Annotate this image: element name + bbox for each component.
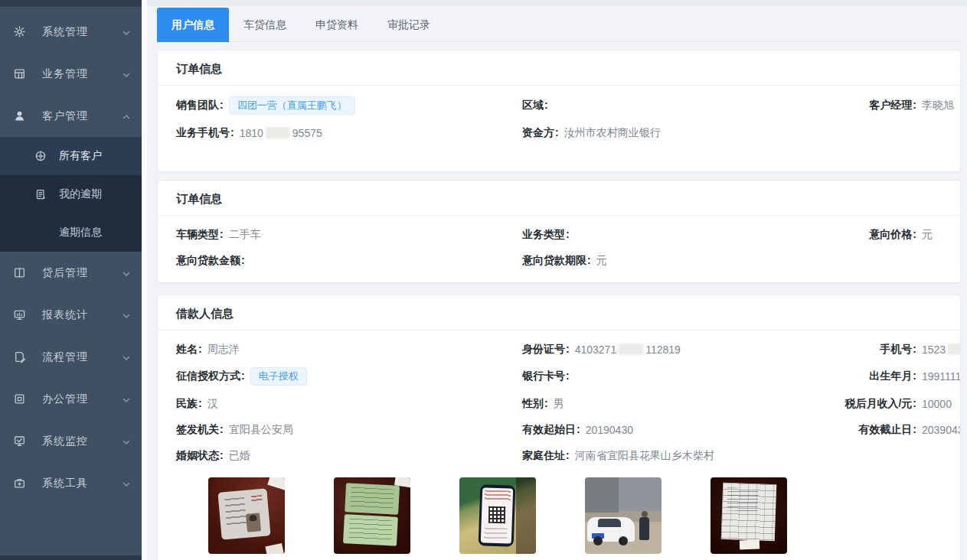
- handwritten-document-photo[interactable]: [711, 477, 787, 554]
- card-title: 借款人信息: [158, 295, 960, 330]
- tab-car-loan-info[interactable]: 车贷信息: [229, 8, 301, 42]
- field-label: 销售团队: [176, 99, 229, 112]
- field-sales-team: 销售团队 四团一营（直属王鹏飞）: [176, 96, 522, 115]
- field-bank-card: 银行卡号: [522, 367, 836, 386]
- sidebar-item-label: 流程管理: [42, 350, 122, 364]
- field-label: 车辆类型: [176, 228, 229, 242]
- chevron-up-icon: [122, 112, 131, 121]
- field-value: 汝州市农村商业银行: [564, 126, 661, 140]
- photo-thumbnail-license-booklet[interactable]: 行驶证照片: [334, 477, 410, 560]
- photo-thumbnail-auth-qrcode[interactable]: 征信授权: [459, 477, 536, 560]
- credit-auth-tag[interactable]: 电子授权: [250, 367, 307, 386]
- sidebar-menu: 系统管理 业务管理 客户管理: [0, 11, 142, 504]
- field-value: 李晓旭: [922, 99, 954, 112]
- field-value: 周志洋: [207, 343, 240, 357]
- field-business-type: 业务类型: [522, 226, 836, 243]
- sidebar-item-label: 报表统计: [42, 308, 122, 322]
- circled-asterisk-icon: [34, 150, 47, 162]
- field-mobile: 手机号 15236137: [836, 341, 961, 357]
- chevron-down-icon: [122, 269, 131, 278]
- chevron-down-icon: [122, 437, 131, 446]
- card-title: 订单信息: [158, 50, 960, 86]
- content-top-strip: [147, 0, 967, 6]
- sidebar-bottom-strip: [0, 555, 142, 560]
- sidebar-item-system-monitor[interactable]: 系统监控: [0, 420, 142, 462]
- sidebar-item-system-tools[interactable]: 系统工具: [0, 462, 142, 504]
- field-id-number: 身份证号 4103271112819: [522, 341, 836, 357]
- redaction-blur: [266, 127, 290, 138]
- grid-icon: [13, 67, 26, 80]
- toolbox-icon: [13, 477, 26, 490]
- field-value: 二手车: [229, 228, 261, 242]
- card-title: 订单信息: [158, 181, 960, 216]
- monitor-chart-icon: [13, 308, 26, 321]
- redaction-blur: [619, 343, 643, 355]
- chevron-down-icon: [122, 311, 131, 320]
- sidebar-item-customer-management[interactable]: 客户管理: [0, 95, 142, 137]
- field-valid-from: 有效起始日 20190430: [522, 422, 836, 438]
- sidebar-item-my-overdue[interactable]: 我的逾期: [0, 175, 142, 213]
- field-label: 资金方: [522, 126, 564, 140]
- photo-thumbnail-id-card[interactable]: 身份证: [208, 477, 285, 560]
- field-value: 元: [922, 228, 933, 242]
- document-edit-icon: [13, 350, 26, 363]
- person-with-car-photo[interactable]: [585, 477, 662, 554]
- sales-team-tag[interactable]: 四团一营（直属王鹏飞）: [229, 96, 355, 115]
- field-intent-price: 意向价格 元: [836, 226, 942, 243]
- sidebar-item-process-management[interactable]: 流程管理: [0, 336, 142, 378]
- sidebar-item-report-statistics[interactable]: 报表统计: [0, 294, 142, 336]
- tab-loan-application-docs[interactable]: 申贷资料: [301, 8, 373, 42]
- sidebar-item-postloan-management[interactable]: 贷后管理: [0, 252, 142, 294]
- field-label: 区域: [522, 99, 554, 112]
- order-info-card-1: 订单信息 销售团队 四团一营（直属王鹏飞） 区域 客户经理 李晓旭: [157, 50, 961, 172]
- chevron-down-icon: [122, 70, 131, 79]
- field-valid-to: 有效截止日 20390430: [836, 422, 961, 438]
- field-customer-manager: 客户经理 李晓旭: [836, 96, 954, 115]
- tab-user-info[interactable]: 用户信息: [157, 8, 229, 42]
- field-business-phone: 业务手机号 181095575: [176, 125, 522, 141]
- field-value-masked: 181095575: [240, 127, 322, 139]
- sidebar-item-business-management[interactable]: 业务管理: [0, 53, 142, 95]
- field-label: 意向贷款金额: [176, 254, 250, 268]
- sidebar-item-all-customers[interactable]: 所有客户: [0, 137, 142, 175]
- notebook-icon: [34, 188, 47, 200]
- credit-auth-qrcode-photo[interactable]: [459, 477, 536, 554]
- order-info-card-2: 订单信息 车辆类型 二手车 业务类型 意向价格 元: [157, 180, 961, 283]
- field-home-address: 家庭住址 河南省宜阳县花果山乡木柴村: [522, 448, 836, 464]
- user-icon: [13, 109, 26, 122]
- content-area: 用户信息 车贷信息 申贷资料 审批记录 订单信息 销售团队 四团一营（直属王鹏飞…: [147, 0, 967, 560]
- sidebar-item-overdue-info[interactable]: 逾期信息: [0, 213, 142, 252]
- photo-thumbnail-person-with-car[interactable]: 人车合影: [585, 477, 662, 560]
- field-vehicle-type: 车辆类型 二手车: [176, 226, 522, 243]
- chevron-down-icon: [122, 28, 131, 37]
- borrower-photos: 身份证 行驶证照片 征信授权: [208, 477, 942, 560]
- field-credit-auth-method: 征信授权方式 电子授权: [176, 367, 522, 386]
- detail-tabs: 用户信息 车贷信息 申贷资料 审批记录: [157, 8, 961, 42]
- chevron-down-icon: [122, 353, 131, 362]
- field-label: 业务类型: [522, 228, 575, 242]
- sidebar-item-label: 系统管理: [42, 25, 122, 39]
- tab-approval-records[interactable]: 审批记录: [373, 8, 445, 42]
- field-label: 意向价格: [836, 228, 922, 242]
- photo-thumbnail-handwritten-doc[interactable]: 其他资料: [711, 477, 787, 560]
- sidebar-item-label: 我的逾期: [59, 187, 102, 201]
- sidebar-item-system-management[interactable]: 系统管理: [0, 11, 142, 53]
- gear-icon: [13, 25, 26, 38]
- field-label: 业务手机号: [176, 126, 240, 140]
- sidebar: 系统管理 业务管理 客户管理: [0, 0, 142, 560]
- sidebar-item-label: 业务管理: [42, 67, 122, 81]
- qr-code: [488, 506, 506, 524]
- license-booklet-photo[interactable]: [334, 477, 410, 554]
- sidebar-item-label: 系统工具: [42, 477, 122, 490]
- field-issuing-authority: 签发机关 宜阳县公安局: [176, 422, 522, 438]
- chevron-down-icon: [122, 395, 131, 404]
- field-gender: 性别 男: [522, 396, 836, 412]
- sidebar-item-label: 逾期信息: [59, 226, 102, 239]
- redaction-blur: [948, 343, 961, 355]
- borrower-info-card: 借款人信息 姓名 周志洋 身份证号 4103271112819 手机号 1523…: [157, 295, 961, 560]
- sidebar-top-strip: [0, 0, 142, 7]
- customer-management-submenu: 所有客户 我的逾期 逾期信息: [0, 137, 142, 252]
- field-marital-status: 婚姻状态 已婚: [176, 448, 522, 464]
- sidebar-item-office-management[interactable]: 办公管理: [0, 378, 142, 420]
- id-card-photo[interactable]: [208, 477, 285, 554]
